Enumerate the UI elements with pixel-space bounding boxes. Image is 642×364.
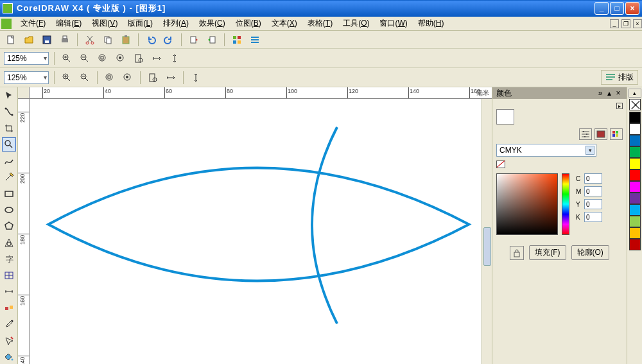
tool-shape[interactable] bbox=[2, 105, 16, 118]
outline-button[interactable]: 轮廓(O) bbox=[571, 245, 609, 260]
palette-swatch[interactable] bbox=[629, 158, 641, 169]
window-maximize-button[interactable]: □ bbox=[610, 2, 624, 15]
menu-x[interactable]: 文本(X) bbox=[266, 17, 302, 30]
redo-icon[interactable] bbox=[162, 33, 176, 47]
palette-swatch[interactable] bbox=[629, 123, 641, 135]
window-minimize-button[interactable]: _ bbox=[594, 2, 609, 15]
zoom-out-icon[interactable] bbox=[78, 51, 92, 65]
new-icon[interactable] bbox=[4, 33, 18, 47]
zoom-in-icon[interactable] bbox=[60, 71, 74, 85]
palette-swatch[interactable] bbox=[629, 193, 641, 204]
zoom-selection-icon[interactable] bbox=[103, 71, 117, 85]
tool-crop[interactable] bbox=[2, 121, 16, 135]
zoom-level-combo-1[interactable]: 125%▾ bbox=[4, 52, 49, 65]
docker-collapse-icon[interactable]: ▴ bbox=[605, 89, 614, 98]
palette-swatch[interactable] bbox=[629, 135, 641, 146]
open-icon[interactable] bbox=[22, 33, 36, 47]
docker-expand-icon[interactable]: » bbox=[596, 89, 605, 98]
menu-c[interactable]: 效果(C) bbox=[194, 17, 230, 30]
zoom-width-icon[interactable] bbox=[164, 71, 178, 85]
doc-minimize-button[interactable]: _ bbox=[610, 19, 619, 28]
paste-icon[interactable] bbox=[119, 33, 133, 47]
save-icon[interactable] bbox=[40, 33, 54, 47]
lock-icon[interactable] bbox=[510, 246, 524, 260]
horizontal-ruler[interactable]: 毫米 20406080100120140160 bbox=[30, 87, 492, 99]
export-icon[interactable] bbox=[205, 33, 219, 47]
yellow-input[interactable] bbox=[584, 199, 602, 209]
tool-outline[interactable] bbox=[2, 334, 16, 347]
menu-a[interactable]: 排列(A) bbox=[158, 17, 194, 30]
zoom-out-icon[interactable] bbox=[78, 71, 92, 85]
ruler-origin[interactable] bbox=[18, 87, 30, 99]
vertical-scrollbar[interactable] bbox=[482, 99, 492, 364]
palette-scroll-up-icon[interactable]: ▴ bbox=[629, 89, 641, 98]
app-launcher-icon[interactable] bbox=[230, 33, 244, 47]
tool-zoom[interactable] bbox=[2, 137, 16, 151]
magenta-input[interactable] bbox=[584, 186, 602, 196]
menu-e[interactable]: 编辑(E) bbox=[51, 17, 87, 30]
tool-polygon[interactable] bbox=[2, 220, 16, 233]
cut-icon[interactable] bbox=[83, 33, 97, 47]
tool-dimension[interactable] bbox=[2, 285, 16, 299]
tool-smart[interactable] bbox=[2, 170, 16, 184]
zoom-height-icon[interactable] bbox=[189, 71, 203, 85]
tool-eyedropper[interactable] bbox=[2, 318, 16, 331]
doc-restore-button[interactable]: ❐ bbox=[621, 19, 630, 28]
zoom-page-icon[interactable] bbox=[132, 51, 146, 65]
sliders-mode-icon[interactable] bbox=[579, 128, 592, 140]
tool-table[interactable] bbox=[2, 268, 16, 282]
typeset-button[interactable]: 排版 bbox=[601, 70, 638, 85]
menu-h[interactable]: 帮助(H) bbox=[413, 17, 449, 30]
docker-close-icon[interactable]: × bbox=[614, 89, 623, 98]
menu-w[interactable]: 窗口(W) bbox=[374, 17, 412, 30]
doc-close-button[interactable]: × bbox=[633, 19, 642, 28]
black-input[interactable] bbox=[584, 212, 602, 222]
tool-pick[interactable] bbox=[2, 89, 16, 102]
cyan-input[interactable] bbox=[584, 173, 602, 184]
zoom-level-combo-2[interactable]: 125%▾ bbox=[4, 71, 49, 84]
palette-swatch[interactable] bbox=[629, 169, 641, 181]
palette-no-color[interactable] bbox=[629, 99, 641, 110]
window-close-button[interactable]: × bbox=[625, 2, 639, 15]
tool-basic-shapes[interactable] bbox=[2, 236, 16, 249]
menu-o[interactable]: 工具(O) bbox=[338, 17, 374, 30]
tool-interactive[interactable] bbox=[2, 301, 16, 315]
zoom-page-icon[interactable] bbox=[146, 71, 160, 85]
menu-b[interactable]: 位图(B) bbox=[230, 17, 266, 30]
palette-swatch[interactable] bbox=[629, 216, 641, 227]
tool-freehand[interactable] bbox=[2, 154, 16, 168]
tool-fill[interactable] bbox=[2, 351, 16, 364]
palette-swatch[interactable] bbox=[629, 239, 641, 250]
zoom-in-icon[interactable] bbox=[60, 51, 74, 65]
menu-l[interactable]: 版面(L) bbox=[123, 17, 158, 30]
palette-swatch[interactable] bbox=[629, 181, 641, 193]
tool-ellipse[interactable] bbox=[2, 203, 16, 216]
tool-rectangle[interactable] bbox=[2, 187, 16, 200]
no-color-chip[interactable] bbox=[496, 160, 505, 168]
docker-menu-icon[interactable]: ▸ bbox=[616, 103, 623, 109]
fill-button[interactable]: 填充(F) bbox=[529, 245, 566, 260]
copy-icon[interactable] bbox=[101, 33, 115, 47]
zoom-width-icon[interactable] bbox=[150, 51, 164, 65]
undo-icon[interactable] bbox=[144, 33, 158, 47]
palette-swatch[interactable] bbox=[629, 146, 641, 158]
zoom-height-icon[interactable] bbox=[168, 51, 182, 65]
color-model-select[interactable]: CMYK ▾ bbox=[496, 144, 596, 157]
palette-swatch[interactable] bbox=[629, 112, 641, 123]
scrollbar-thumb[interactable] bbox=[483, 227, 491, 266]
menu-v[interactable]: 视图(V) bbox=[87, 17, 123, 30]
zoom-all-icon[interactable] bbox=[121, 71, 135, 85]
drawing-canvas[interactable] bbox=[30, 99, 482, 364]
zoom-selection-icon[interactable] bbox=[96, 51, 110, 65]
vertical-ruler[interactable]: 220200180160140 bbox=[18, 99, 30, 364]
print-icon[interactable] bbox=[58, 33, 72, 47]
palette-swatch[interactable] bbox=[629, 204, 641, 216]
hue-slider[interactable] bbox=[562, 173, 569, 235]
menu-f[interactable]: 文件(F) bbox=[15, 17, 51, 30]
import-icon[interactable] bbox=[187, 33, 201, 47]
tool-text[interactable]: 字 bbox=[2, 252, 16, 266]
zoom-all-icon[interactable] bbox=[114, 51, 128, 65]
palette-swatch[interactable] bbox=[629, 227, 641, 239]
options-icon[interactable] bbox=[248, 33, 262, 47]
viewer-mode-icon[interactable] bbox=[594, 128, 607, 140]
